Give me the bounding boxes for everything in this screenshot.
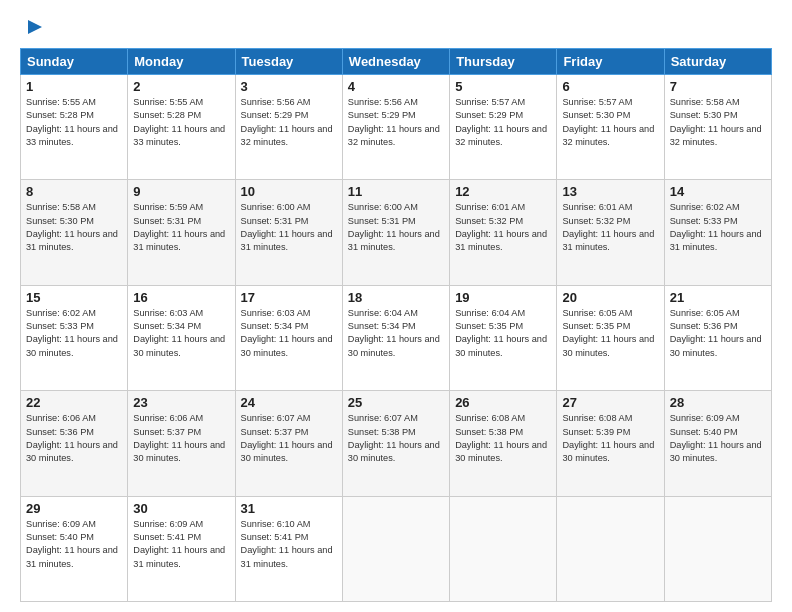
calendar-cell: 23 Sunrise: 6:06 AMSunset: 5:37 PMDaylig… xyxy=(128,391,235,496)
calendar-cell: 25 Sunrise: 6:07 AMSunset: 5:38 PMDaylig… xyxy=(342,391,449,496)
logo-icon xyxy=(22,16,44,38)
day-info: Sunrise: 6:06 AMSunset: 5:36 PMDaylight:… xyxy=(26,412,122,465)
day-info: Sunrise: 6:03 AMSunset: 5:34 PMDaylight:… xyxy=(133,307,229,360)
day-info: Sunrise: 6:03 AMSunset: 5:34 PMDaylight:… xyxy=(241,307,337,360)
day-number: 7 xyxy=(670,79,766,94)
day-number: 29 xyxy=(26,501,122,516)
calendar-cell: 18 Sunrise: 6:04 AMSunset: 5:34 PMDaylig… xyxy=(342,285,449,390)
calendar-cell xyxy=(664,496,771,601)
calendar-cell: 30 Sunrise: 6:09 AMSunset: 5:41 PMDaylig… xyxy=(128,496,235,601)
day-number: 18 xyxy=(348,290,444,305)
day-number: 25 xyxy=(348,395,444,410)
day-number: 15 xyxy=(26,290,122,305)
day-number: 12 xyxy=(455,184,551,199)
day-info: Sunrise: 5:55 AMSunset: 5:28 PMDaylight:… xyxy=(26,96,122,149)
day-number: 17 xyxy=(241,290,337,305)
day-number: 1 xyxy=(26,79,122,94)
calendar-week-row: 8 Sunrise: 5:58 AMSunset: 5:30 PMDayligh… xyxy=(21,180,772,285)
day-number: 16 xyxy=(133,290,229,305)
svg-marker-0 xyxy=(28,20,42,34)
day-number: 26 xyxy=(455,395,551,410)
day-number: 27 xyxy=(562,395,658,410)
calendar-cell: 7 Sunrise: 5:58 AMSunset: 5:30 PMDayligh… xyxy=(664,75,771,180)
day-info: Sunrise: 5:56 AMSunset: 5:29 PMDaylight:… xyxy=(241,96,337,149)
calendar-header-monday: Monday xyxy=(128,49,235,75)
calendar-cell: 1 Sunrise: 5:55 AMSunset: 5:28 PMDayligh… xyxy=(21,75,128,180)
day-number: 4 xyxy=(348,79,444,94)
calendar-cell: 28 Sunrise: 6:09 AMSunset: 5:40 PMDaylig… xyxy=(664,391,771,496)
day-info: Sunrise: 5:58 AMSunset: 5:30 PMDaylight:… xyxy=(26,201,122,254)
calendar-cell: 11 Sunrise: 6:00 AMSunset: 5:31 PMDaylig… xyxy=(342,180,449,285)
calendar-cell: 2 Sunrise: 5:55 AMSunset: 5:28 PMDayligh… xyxy=(128,75,235,180)
calendar-cell: 21 Sunrise: 6:05 AMSunset: 5:36 PMDaylig… xyxy=(664,285,771,390)
day-info: Sunrise: 6:00 AMSunset: 5:31 PMDaylight:… xyxy=(348,201,444,254)
calendar-cell: 3 Sunrise: 5:56 AMSunset: 5:29 PMDayligh… xyxy=(235,75,342,180)
day-number: 20 xyxy=(562,290,658,305)
day-info: Sunrise: 6:10 AMSunset: 5:41 PMDaylight:… xyxy=(241,518,337,571)
calendar-header-row: SundayMondayTuesdayWednesdayThursdayFrid… xyxy=(21,49,772,75)
day-info: Sunrise: 6:02 AMSunset: 5:33 PMDaylight:… xyxy=(670,201,766,254)
day-info: Sunrise: 6:01 AMSunset: 5:32 PMDaylight:… xyxy=(562,201,658,254)
header xyxy=(20,16,772,38)
day-number: 5 xyxy=(455,79,551,94)
day-number: 10 xyxy=(241,184,337,199)
day-info: Sunrise: 5:56 AMSunset: 5:29 PMDaylight:… xyxy=(348,96,444,149)
day-info: Sunrise: 6:08 AMSunset: 5:39 PMDaylight:… xyxy=(562,412,658,465)
day-info: Sunrise: 5:55 AMSunset: 5:28 PMDaylight:… xyxy=(133,96,229,149)
day-number: 11 xyxy=(348,184,444,199)
calendar-week-row: 22 Sunrise: 6:06 AMSunset: 5:36 PMDaylig… xyxy=(21,391,772,496)
day-number: 22 xyxy=(26,395,122,410)
day-number: 21 xyxy=(670,290,766,305)
day-number: 23 xyxy=(133,395,229,410)
logo xyxy=(20,16,44,38)
calendar-header-thursday: Thursday xyxy=(450,49,557,75)
calendar-cell: 13 Sunrise: 6:01 AMSunset: 5:32 PMDaylig… xyxy=(557,180,664,285)
calendar-cell: 10 Sunrise: 6:00 AMSunset: 5:31 PMDaylig… xyxy=(235,180,342,285)
day-number: 13 xyxy=(562,184,658,199)
calendar-header-friday: Friday xyxy=(557,49,664,75)
calendar-week-row: 1 Sunrise: 5:55 AMSunset: 5:28 PMDayligh… xyxy=(21,75,772,180)
calendar-cell: 8 Sunrise: 5:58 AMSunset: 5:30 PMDayligh… xyxy=(21,180,128,285)
day-number: 8 xyxy=(26,184,122,199)
calendar-cell xyxy=(450,496,557,601)
calendar-header-tuesday: Tuesday xyxy=(235,49,342,75)
calendar-header-saturday: Saturday xyxy=(664,49,771,75)
day-info: Sunrise: 6:06 AMSunset: 5:37 PMDaylight:… xyxy=(133,412,229,465)
calendar-cell: 19 Sunrise: 6:04 AMSunset: 5:35 PMDaylig… xyxy=(450,285,557,390)
calendar-cell: 29 Sunrise: 6:09 AMSunset: 5:40 PMDaylig… xyxy=(21,496,128,601)
day-info: Sunrise: 5:58 AMSunset: 5:30 PMDaylight:… xyxy=(670,96,766,149)
day-info: Sunrise: 6:07 AMSunset: 5:38 PMDaylight:… xyxy=(348,412,444,465)
day-info: Sunrise: 6:04 AMSunset: 5:34 PMDaylight:… xyxy=(348,307,444,360)
day-number: 3 xyxy=(241,79,337,94)
calendar-cell: 6 Sunrise: 5:57 AMSunset: 5:30 PMDayligh… xyxy=(557,75,664,180)
day-number: 9 xyxy=(133,184,229,199)
calendar-cell: 26 Sunrise: 6:08 AMSunset: 5:38 PMDaylig… xyxy=(450,391,557,496)
calendar-cell xyxy=(557,496,664,601)
calendar-cell: 9 Sunrise: 5:59 AMSunset: 5:31 PMDayligh… xyxy=(128,180,235,285)
day-info: Sunrise: 6:02 AMSunset: 5:33 PMDaylight:… xyxy=(26,307,122,360)
calendar-week-row: 29 Sunrise: 6:09 AMSunset: 5:40 PMDaylig… xyxy=(21,496,772,601)
calendar-cell: 20 Sunrise: 6:05 AMSunset: 5:35 PMDaylig… xyxy=(557,285,664,390)
page: SundayMondayTuesdayWednesdayThursdayFrid… xyxy=(0,0,792,612)
day-info: Sunrise: 5:57 AMSunset: 5:30 PMDaylight:… xyxy=(562,96,658,149)
day-number: 19 xyxy=(455,290,551,305)
day-info: Sunrise: 6:09 AMSunset: 5:40 PMDaylight:… xyxy=(670,412,766,465)
day-number: 31 xyxy=(241,501,337,516)
day-info: Sunrise: 6:09 AMSunset: 5:41 PMDaylight:… xyxy=(133,518,229,571)
day-info: Sunrise: 6:05 AMSunset: 5:35 PMDaylight:… xyxy=(562,307,658,360)
calendar-cell: 17 Sunrise: 6:03 AMSunset: 5:34 PMDaylig… xyxy=(235,285,342,390)
calendar-week-row: 15 Sunrise: 6:02 AMSunset: 5:33 PMDaylig… xyxy=(21,285,772,390)
day-info: Sunrise: 6:00 AMSunset: 5:31 PMDaylight:… xyxy=(241,201,337,254)
calendar-cell: 22 Sunrise: 6:06 AMSunset: 5:36 PMDaylig… xyxy=(21,391,128,496)
calendar-cell: 27 Sunrise: 6:08 AMSunset: 5:39 PMDaylig… xyxy=(557,391,664,496)
day-info: Sunrise: 6:07 AMSunset: 5:37 PMDaylight:… xyxy=(241,412,337,465)
calendar-cell: 12 Sunrise: 6:01 AMSunset: 5:32 PMDaylig… xyxy=(450,180,557,285)
calendar-cell: 15 Sunrise: 6:02 AMSunset: 5:33 PMDaylig… xyxy=(21,285,128,390)
day-number: 30 xyxy=(133,501,229,516)
calendar-cell xyxy=(342,496,449,601)
calendar-cell: 24 Sunrise: 6:07 AMSunset: 5:37 PMDaylig… xyxy=(235,391,342,496)
day-info: Sunrise: 6:01 AMSunset: 5:32 PMDaylight:… xyxy=(455,201,551,254)
day-number: 14 xyxy=(670,184,766,199)
calendar-header-sunday: Sunday xyxy=(21,49,128,75)
day-info: Sunrise: 6:08 AMSunset: 5:38 PMDaylight:… xyxy=(455,412,551,465)
